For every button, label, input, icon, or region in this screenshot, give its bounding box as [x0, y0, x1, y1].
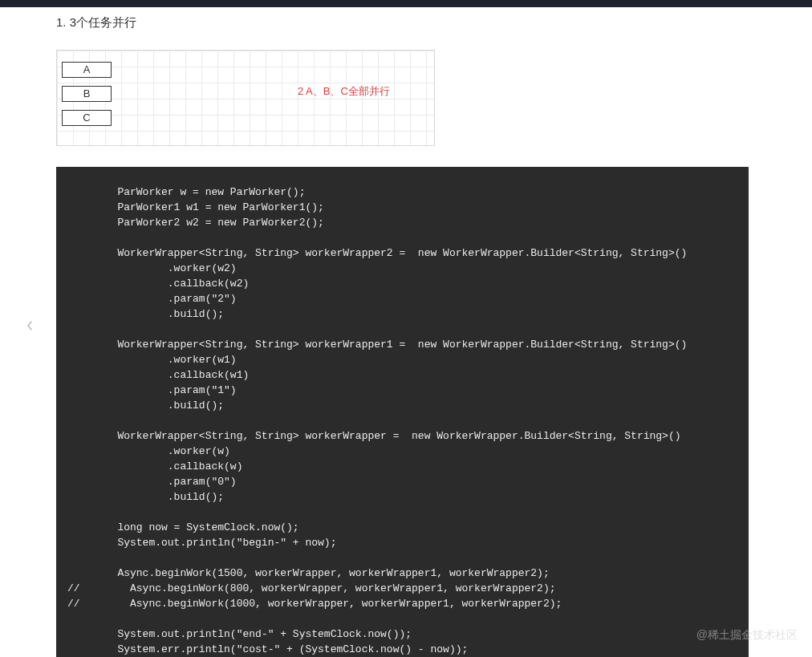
article-content: 1. 3个任务并行 A B C 2 A、B、C全部并行 ParWorker w …	[0, 7, 812, 657]
code-block[interactable]: ParWorker w = new ParWorker(); ParWorker…	[56, 167, 749, 657]
diagram-label: 2 A、B、C全部并行	[298, 84, 390, 99]
diagram-box-a: A	[62, 62, 112, 78]
sidebar-collapse-handle[interactable]	[24, 314, 35, 337]
section-heading: 1. 3个任务并行	[56, 15, 756, 30]
code-text: ParWorker w = new ParWorker(); ParWorker…	[56, 185, 749, 657]
diagram-box-c: C	[62, 110, 112, 126]
task-diagram: A B C 2 A、B、C全部并行	[56, 50, 435, 146]
chevron-left-icon	[26, 321, 33, 331]
diagram-box-b: B	[62, 86, 112, 102]
top-bar	[0, 0, 812, 7]
